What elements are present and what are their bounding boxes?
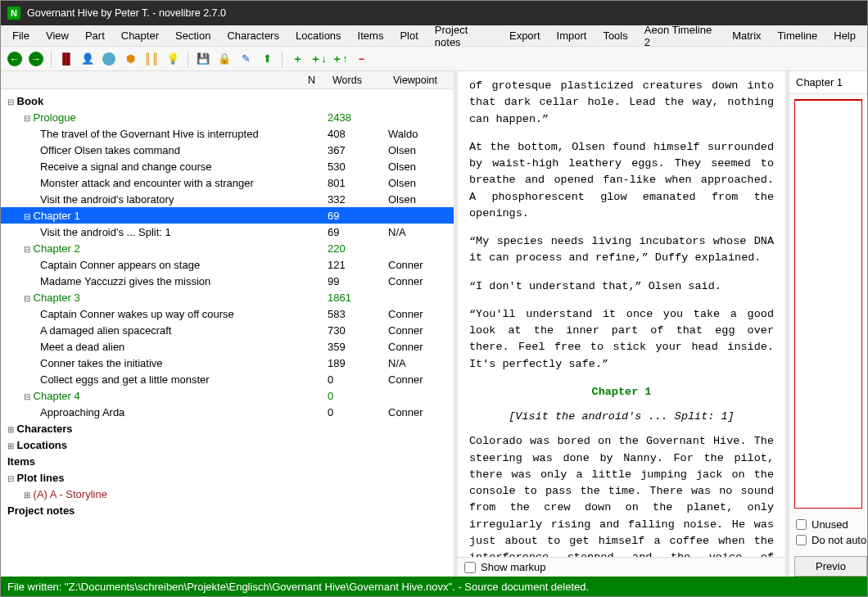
preview-button[interactable]: Previo [794,556,867,577]
menu-locations[interactable]: Locations [287,27,350,44]
main-area: N Words Viewpoint ⊟ Book⊟ Prologue2438 T… [1,71,867,577]
menu-project-notes[interactable]: Project notes [427,21,501,51]
tree-toggle[interactable]: ⊟ [24,212,30,221]
tree-row[interactable]: ⊟ Chapter 2220 [1,240,454,256]
tree-row[interactable]: Captain Conner wakes up way off course58… [1,305,454,322]
menu-export[interactable]: Export [501,27,549,44]
tree-row[interactable]: ⊟ Prologue2438 [1,109,454,125]
tree-label: Captain Conner wakes up way off course [40,308,234,320]
add-button[interactable]: ＋ [288,50,306,68]
tree-toggle[interactable]: ⊟ [7,97,14,106]
properties-body[interactable] [794,99,862,509]
book-icon[interactable]: ▐▌ [57,50,75,68]
noauto-label: Do not auto-n [811,534,867,546]
tree-row[interactable]: ⊞ Characters [1,420,454,436]
app-icon: N [7,7,20,20]
tree-row[interactable]: ⊞ Locations [1,436,454,453]
tree-toggle[interactable]: ⊟ [7,474,14,483]
show-markup-checkbox[interactable] [464,562,476,573]
tree-row[interactable]: A damaged alien spacecraft730Conner [1,322,454,338]
world-icon[interactable] [100,50,118,68]
tree-row[interactable]: ⊟ Book [1,93,454,109]
tree-words: 69 [328,210,388,222]
tree-row[interactable]: ⊞ (A) A - Storyline [1,486,454,502]
forward-button[interactable]: → [27,50,45,68]
tree-label: Plot lines [14,472,64,484]
unused-checkbox[interactable] [796,519,807,530]
tree-row[interactable]: ⊟ Chapter 31861 [1,289,454,305]
tree-toggle[interactable]: ⊞ [24,491,30,500]
tree-row[interactable]: Visit the android's laboratory332Olsen [1,191,454,207]
tree-toggle[interactable]: ⊟ [24,392,30,401]
tree-row[interactable]: Project notes [1,502,454,518]
tree-words: 2438 [328,111,388,124]
tree-row[interactable]: Monster attack and encounter with a stra… [1,174,454,191]
plot-icon[interactable]: ║║ [142,50,160,68]
tree-toggle[interactable]: ⊞ [7,425,14,434]
menu-import[interactable]: Import [549,27,595,44]
menu-help[interactable]: Help [825,27,864,44]
col-viewpoint[interactable]: Viewpoint [388,73,454,88]
tree-viewpoint: Olsen [388,144,454,156]
add-parent-button[interactable]: ＋↑ [331,50,349,68]
menu-section[interactable]: Section [167,27,219,44]
tree-words: 189 [328,357,388,369]
noauto-checkbox[interactable] [796,535,807,545]
add-child-button[interactable]: ＋↓ [310,50,328,68]
tree-label: Madame Yaccuzzi gives the mission [40,275,210,287]
save-icon[interactable]: 💾 [194,50,212,68]
col-words[interactable]: Words [328,73,388,88]
tree-row[interactable]: Officer Olsen takes command367Olsen [1,142,454,158]
tree-toggle[interactable]: ⊟ [24,294,30,303]
menu-items[interactable]: Items [350,27,392,44]
tree-row[interactable]: Receive a signal and change course530Ols… [1,158,454,174]
tree-label: Visit the android's ... Split: 1 [40,226,171,238]
tree-toggle[interactable]: ⊟ [24,245,30,254]
menu-aeon-timeline-2[interactable]: Aeon Timeline 2 [636,21,724,51]
tree-toggle[interactable]: ⊞ [7,441,14,450]
col-n[interactable]: N [303,73,328,88]
tree-viewpoint: Conner [388,373,454,386]
menu-timeline[interactable]: Timeline [770,27,826,44]
tree-row[interactable]: ⊟ Chapter 40 [1,387,454,404]
show-markup-label: Show markup [481,561,545,573]
tree-words: 359 [328,341,388,353]
tree-row[interactable]: Approaching Arda0Conner [1,404,454,420]
menu-matrix[interactable]: Matrix [724,27,769,44]
menu-characters[interactable]: Characters [219,27,287,44]
tree-row[interactable]: Meet a dead alien359Conner [1,338,454,355]
remove-button[interactable]: － [352,50,370,68]
tree-viewpoint: Olsen [388,161,454,173]
tree-row[interactable]: Collect eggs and get a little monster0Co… [1,371,454,387]
tree-words: 0 [328,406,388,418]
menu-plot[interactable]: Plot [391,27,426,44]
notes-icon[interactable]: 💡 [164,50,182,68]
tree-body[interactable]: ⊟ Book⊟ Prologue2438 The travel of the G… [1,89,454,577]
export-icon[interactable]: ⬆ [258,50,276,68]
separator [188,51,188,67]
tree-toggle[interactable]: ⊟ [24,114,30,123]
menu-chapter[interactable]: Chapter [113,27,167,44]
back-button[interactable]: ← [6,50,24,68]
menu-part[interactable]: Part [77,27,113,44]
show-markup-row: Show markup [458,557,785,577]
tree-row[interactable]: Captain Conner appears on stage121Conner [1,256,454,273]
properties-pane: Chapter 1 Unused Do not auto-n Previo [789,71,867,577]
item-icon[interactable]: ⬢ [121,50,139,68]
tree-row[interactable]: Madame Yaccuzzi gives the mission99Conne… [1,273,454,289]
tree-row[interactable]: Conner takes the initiative189N/A [1,355,454,371]
menu-view[interactable]: View [38,27,77,44]
tree-row[interactable]: ⊟ Chapter 169 [1,207,454,224]
properties-checks: Unused Do not auto-n [789,513,867,551]
tree-row[interactable]: Visit the android's ... Split: 169N/A [1,224,454,240]
edit-icon[interactable]: ✎ [237,50,255,68]
characters-icon[interactable]: 👤 [79,50,97,68]
tree-row[interactable]: ⊟ Plot lines [1,469,454,486]
tree-row[interactable]: Items [1,453,454,469]
lock-icon[interactable]: 🔒 [215,50,233,68]
menu-tools[interactable]: Tools [594,27,635,44]
tree-row[interactable]: The travel of the Governant Hive is inte… [1,125,454,142]
tree-viewpoint: N/A [388,357,454,369]
tree-label: Chapter 3 [30,292,80,304]
menu-file[interactable]: File [4,27,38,44]
